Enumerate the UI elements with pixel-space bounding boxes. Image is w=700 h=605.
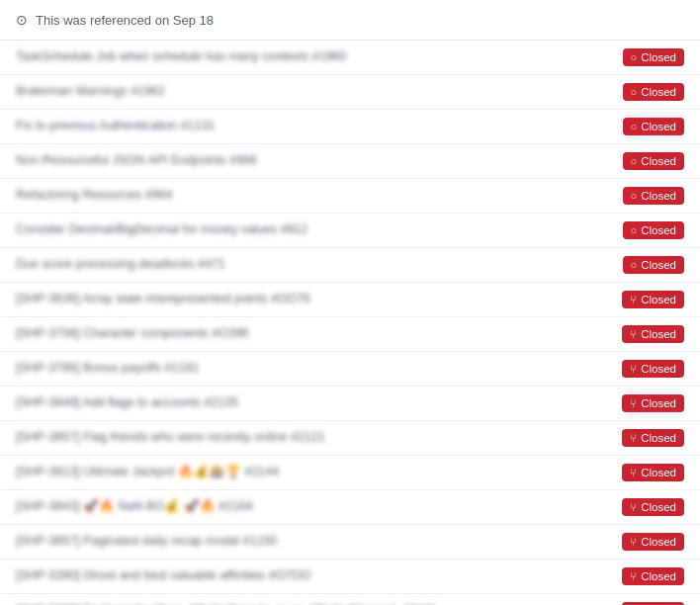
badge-icon: ○ — [631, 190, 638, 202]
item-text[interactable]: [SHP-3857] Paginated daily recap modal #… — [16, 533, 622, 551]
list-item: Fix to previous Authentication #1131○Clo… — [0, 110, 700, 144]
reference-title: This was referenced on Sep 18 — [36, 13, 214, 28]
badge-icon: ○ — [631, 259, 638, 271]
closed-badge: ○Closed — [623, 256, 684, 274]
badge-icon: ⑂ — [630, 294, 637, 305]
closed-badge: ⑂Closed — [622, 360, 684, 378]
closed-badge: ○Closed — [623, 118, 684, 135]
list-item: Refactoring Resources #964○Closed — [0, 179, 700, 214]
list-item: [SHP-3390] Ghost and best valuable affin… — [0, 560, 700, 594]
badge-label: Closed — [641, 190, 676, 202]
badge-icon: ○ — [631, 86, 638, 98]
badge-icon: ⑂ — [630, 536, 637, 548]
list-item: [SHP-3857] Paginated daily recap modal #… — [0, 525, 700, 560]
closed-badge: ○Closed — [623, 187, 684, 205]
item-text[interactable]: [SHP-3857] Flag friends who were recentl… — [16, 429, 622, 447]
closed-badge: ○Closed — [623, 221, 684, 239]
badge-label: Closed — [641, 536, 676, 548]
badge-label: Closed — [641, 121, 676, 132]
badge-label: Closed — [641, 294, 676, 305]
list-item: [SHP-3278] Endpoint for Show #Right-Frie… — [0, 594, 700, 605]
badge-label: Closed — [641, 259, 676, 271]
closed-badge: ○Closed — [623, 48, 684, 66]
closed-badge: ⑂Closed — [622, 325, 684, 343]
list-item: [SHP-3857] Flag friends who were recentl… — [0, 421, 700, 456]
badge-icon: ⑂ — [630, 397, 637, 409]
item-list: TaskSchedule.Job when schedule has many … — [0, 41, 700, 605]
reference-icon: ⊙ — [16, 12, 28, 28]
closed-badge: ⑂Closed — [622, 533, 684, 551]
item-text[interactable]: Fix to previous Authentication #1131 — [16, 118, 623, 135]
list-item: [SHP-3708] Character components #O396⑂Cl… — [0, 317, 700, 352]
list-item: [SHP-3636] Array state misrepresented po… — [0, 283, 700, 317]
closed-badge: ⑂Closed — [622, 567, 684, 585]
list-item: TaskSchedule.Job when schedule has many … — [0, 41, 700, 75]
item-text[interactable]: [SHP-3786] Bonus payoffs #1181 — [16, 360, 622, 378]
closed-badge: ⑂Closed — [622, 464, 684, 481]
badge-icon: ⑂ — [630, 328, 637, 340]
badge-icon: ○ — [631, 224, 638, 236]
list-item: Brakeman Warnings #1962○Closed — [0, 75, 700, 110]
badge-label: Closed — [641, 570, 676, 582]
list-item: Due score processing deadlocks #471○Clos… — [0, 248, 700, 283]
item-text[interactable]: [SHP-3849] Add flags to accounts #2135 — [16, 394, 622, 412]
closed-badge: ⑂Closed — [622, 394, 684, 412]
badge-icon: ⑂ — [630, 501, 637, 513]
item-text[interactable]: [SHP-3390] Ghost and best valuable affin… — [16, 567, 622, 585]
list-item: [SHP-3843] 🚀🔥 NaN BO💰 🚀🔥 #2164⑂Closed — [0, 490, 700, 525]
item-text[interactable]: [SHP-3813] Ultimate Jackpot 🔥💰🎰🏆 #2144 — [16, 464, 622, 481]
list-item: [SHP-3786] Bonus payoffs #1181⑂Closed — [0, 352, 700, 387]
reference-section: ⊙ This was referenced on Sep 18 TaskSche… — [0, 0, 700, 605]
list-item: [SHP-3813] Ultimate Jackpot 🔥💰🎰🏆 #2144⑂C… — [0, 456, 700, 490]
item-text[interactable]: [SHP-3708] Character components #O396 — [16, 325, 622, 343]
badge-icon: ⑂ — [630, 432, 637, 444]
badge-label: Closed — [641, 467, 676, 478]
closed-badge: ○Closed — [623, 83, 684, 101]
badge-icon: ○ — [631, 155, 638, 167]
badge-label: Closed — [641, 363, 676, 375]
item-text[interactable]: Brakeman Warnings #1962 — [16, 83, 623, 101]
badge-label: Closed — [641, 51, 676, 63]
closed-badge: ⑂Closed — [622, 429, 684, 447]
item-text[interactable]: [SHP-3843] 🚀🔥 NaN BO💰 🚀🔥 #2164 — [16, 498, 622, 516]
list-item: Consider Decimal/BigDecimal for money va… — [0, 214, 700, 248]
closed-badge: ○Closed — [623, 152, 684, 170]
badge-label: Closed — [641, 86, 676, 98]
badge-label: Closed — [641, 432, 676, 444]
item-text[interactable]: Non-Resourceful JSON API Endpoints #966 — [16, 152, 623, 170]
badge-label: Closed — [641, 224, 676, 236]
item-text[interactable]: TaskSchedule.Job when schedule has many … — [16, 48, 623, 66]
list-item: [SHP-3849] Add flags to accounts #2135⑂C… — [0, 387, 700, 421]
badge-label: Closed — [641, 155, 676, 167]
badge-icon: ⑂ — [630, 363, 637, 375]
closed-badge: ⑂Closed — [622, 291, 684, 308]
list-item: Non-Resourceful JSON API Endpoints #966○… — [0, 144, 700, 179]
closed-badge: ⑂Closed — [622, 498, 684, 516]
item-text[interactable]: [SHP-3636] Array state misrepresented po… — [16, 291, 622, 308]
badge-label: Closed — [641, 501, 676, 513]
badge-icon: ⑂ — [630, 467, 637, 478]
item-text[interactable]: Consider Decimal/BigDecimal for money va… — [16, 221, 623, 239]
item-text[interactable]: Refactoring Resources #964 — [16, 187, 623, 205]
reference-header: ⊙ This was referenced on Sep 18 — [0, 0, 700, 41]
badge-icon: ○ — [631, 121, 638, 132]
badge-icon: ○ — [631, 51, 638, 63]
item-text[interactable]: Due score processing deadlocks #471 — [16, 256, 623, 274]
badge-icon: ⑂ — [630, 570, 637, 582]
badge-label: Closed — [641, 328, 676, 340]
badge-label: Closed — [641, 397, 676, 409]
